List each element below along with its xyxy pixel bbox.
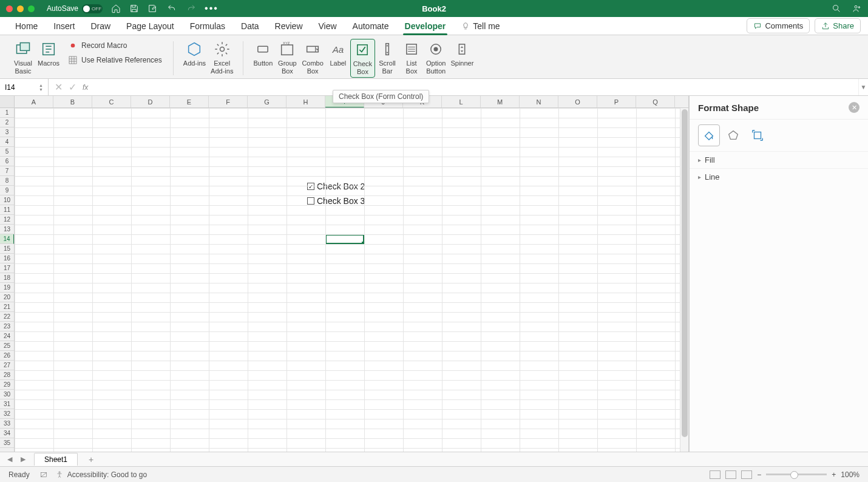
control-option-button-button[interactable]: Option Button bbox=[424, 39, 448, 76]
view-page-break-button[interactable] bbox=[741, 470, 752, 479]
tab-automate[interactable]: Automate bbox=[345, 17, 397, 35]
row-header-13[interactable]: 13 bbox=[0, 225, 14, 234]
column-header-F[interactable]: F bbox=[209, 96, 248, 107]
row-header-11[interactable]: 11 bbox=[0, 205, 14, 215]
row-header-18[interactable]: 18 bbox=[0, 273, 14, 283]
undo-icon[interactable] bbox=[166, 4, 178, 13]
row-header-30[interactable]: 30 bbox=[0, 390, 14, 399]
more-icon[interactable]: ••• bbox=[205, 3, 219, 14]
expand-formula-icon[interactable]: ▼ bbox=[858, 79, 868, 95]
macros-button[interactable]: Macros bbox=[35, 39, 62, 69]
home-icon[interactable] bbox=[111, 4, 121, 13]
comments-button[interactable]: Comments bbox=[747, 18, 810, 33]
row-header-6[interactable]: 6 bbox=[0, 157, 14, 166]
cells-area[interactable]: ✓ Check Box 2 Check Box 3 bbox=[15, 108, 680, 466]
panel-section-line[interactable]: ▸Line bbox=[690, 168, 868, 185]
fx-label[interactable]: fx bbox=[83, 83, 88, 92]
close-panel-button[interactable]: ✕ bbox=[849, 102, 860, 113]
share-button[interactable]: Share bbox=[815, 18, 861, 33]
row-header-9[interactable]: 9 bbox=[0, 186, 14, 195]
select-all-corner[interactable] bbox=[0, 96, 15, 107]
accessibility-status[interactable]: Accessibility: Good to go bbox=[67, 470, 147, 479]
row-header-8[interactable]: 8 bbox=[0, 176, 14, 186]
add-sheet-button[interactable]: + bbox=[84, 453, 98, 466]
column-header-D[interactable]: D bbox=[131, 96, 170, 107]
row-header-22[interactable]: 22 bbox=[0, 312, 14, 322]
save-as-icon[interactable] bbox=[147, 4, 157, 13]
row-header-17[interactable]: 17 bbox=[0, 263, 14, 273]
column-header-G[interactable]: G bbox=[248, 96, 287, 107]
autosave-toggle[interactable]: AutoSave OFF bbox=[47, 4, 103, 13]
row-header-21[interactable]: 21 bbox=[0, 302, 14, 312]
row-header-26[interactable]: 26 bbox=[0, 351, 14, 361]
row-header-14[interactable]: 14 bbox=[0, 234, 14, 244]
save-icon[interactable] bbox=[129, 4, 139, 13]
column-header-H[interactable]: H bbox=[287, 96, 325, 107]
name-box-dropdown-icon[interactable]: ▲▼ bbox=[39, 83, 43, 92]
panel-section-fill[interactable]: ▸Fill bbox=[690, 151, 868, 168]
row-header-34[interactable]: 34 bbox=[0, 429, 14, 438]
record-macro-button[interactable]: Record Macro bbox=[64, 39, 166, 52]
row-header-32[interactable]: 32 bbox=[0, 409, 14, 419]
panel-tab-fill[interactable] bbox=[698, 124, 720, 146]
tab-page-layout[interactable]: Page Layout bbox=[118, 17, 182, 35]
column-header-E[interactable]: E bbox=[170, 96, 209, 107]
control-label-button[interactable]: AaLabel bbox=[326, 39, 350, 69]
row-header-1[interactable]: 1 bbox=[0, 108, 14, 118]
sheet-tab-sheet1[interactable]: Sheet1 bbox=[34, 453, 78, 466]
column-header-N[interactable]: N bbox=[520, 96, 558, 107]
redo-icon[interactable] bbox=[186, 4, 196, 13]
row-header-31[interactable]: 31 bbox=[0, 399, 14, 409]
tab-draw[interactable]: Draw bbox=[83, 17, 118, 35]
control-group-box-button[interactable]: XYZGroup Box bbox=[275, 39, 299, 76]
visual-basic-button[interactable]: Visual Basic bbox=[11, 39, 35, 76]
row-header-28[interactable]: 28 bbox=[0, 370, 14, 380]
close-window-button[interactable] bbox=[6, 5, 13, 12]
row-header-5[interactable]: 5 bbox=[0, 147, 14, 157]
control-check-box-button[interactable]: Check Box bbox=[350, 39, 375, 78]
addins-button[interactable]: Add-ins bbox=[181, 39, 208, 69]
maximize-window-button[interactable] bbox=[28, 5, 35, 12]
control-button-button[interactable]: Button bbox=[251, 39, 275, 69]
column-header-A[interactable]: A bbox=[15, 96, 53, 107]
selected-cell[interactable] bbox=[325, 234, 364, 244]
tab-formulas[interactable]: Formulas bbox=[182, 17, 233, 35]
row-header-12[interactable]: 12 bbox=[0, 215, 14, 225]
end-mode-icon[interactable] bbox=[39, 470, 48, 479]
tab-insert[interactable]: Insert bbox=[46, 17, 83, 35]
form-checkbox-3[interactable]: Check Box 3 bbox=[307, 196, 365, 206]
tab-review[interactable]: Review bbox=[267, 17, 311, 35]
column-header-B[interactable]: B bbox=[53, 96, 92, 107]
tab-developer[interactable]: Developer bbox=[397, 17, 454, 35]
row-header-2[interactable]: 2 bbox=[0, 118, 14, 127]
accessibility-icon[interactable] bbox=[55, 470, 64, 479]
row-header-7[interactable]: 7 bbox=[0, 166, 14, 176]
zoom-level[interactable]: 100% bbox=[841, 470, 860, 479]
control-list-box-button[interactable]: List Box bbox=[399, 39, 424, 76]
row-header-10[interactable]: 10 bbox=[0, 195, 14, 205]
row-header-25[interactable]: 25 bbox=[0, 341, 14, 351]
column-header-C[interactable]: C bbox=[92, 96, 131, 107]
use-relative-button[interactable]: Use Relative References bbox=[64, 53, 166, 67]
tab-view[interactable]: View bbox=[311, 17, 345, 35]
row-header-29[interactable]: 29 bbox=[0, 380, 14, 390]
row-header-33[interactable]: 33 bbox=[0, 419, 14, 429]
vertical-scrollbar[interactable] bbox=[680, 108, 688, 466]
share-people-icon[interactable] bbox=[852, 4, 862, 13]
column-header-M[interactable]: M bbox=[481, 96, 520, 107]
row-header-15[interactable]: 15 bbox=[0, 244, 14, 254]
control-scroll-bar-button[interactable]: Scroll Bar bbox=[375, 39, 399, 76]
row-header-20[interactable]: 20 bbox=[0, 293, 14, 302]
panel-tab-effects[interactable] bbox=[722, 124, 744, 146]
row-header-19[interactable]: 19 bbox=[0, 283, 14, 293]
accept-formula-icon[interactable]: ✓ bbox=[69, 81, 76, 93]
zoom-in-button[interactable]: + bbox=[832, 470, 836, 479]
excel-addins-button[interactable]: Excel Add-ins bbox=[208, 39, 236, 76]
row-header-4[interactable]: 4 bbox=[0, 137, 14, 147]
row-header-3[interactable]: 3 bbox=[0, 127, 14, 137]
row-header-23[interactable]: 23 bbox=[0, 322, 14, 331]
cancel-formula-icon[interactable]: ✕ bbox=[55, 81, 63, 93]
view-normal-button[interactable] bbox=[710, 470, 721, 479]
row-header-35[interactable]: 35 bbox=[0, 438, 14, 448]
panel-tab-size[interactable] bbox=[747, 124, 768, 146]
